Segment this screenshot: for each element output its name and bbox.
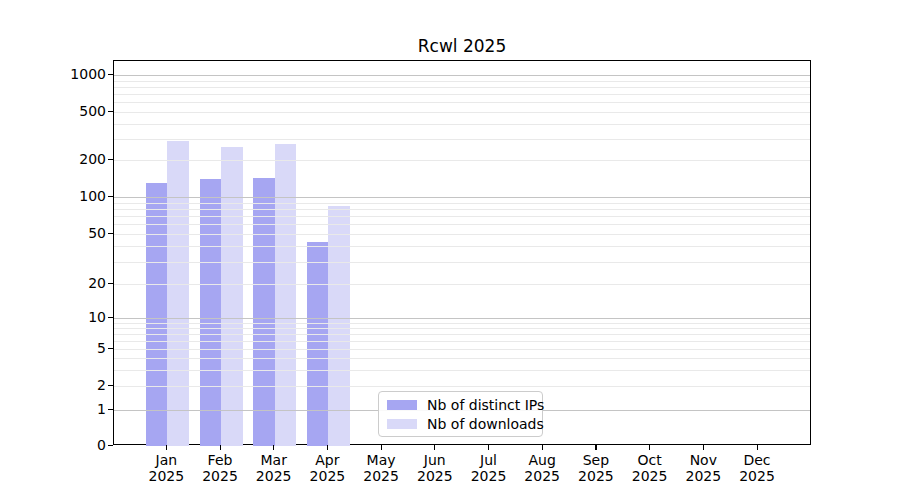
legend-swatch-downloads [387,419,417,429]
x-axis-tick [327,445,328,450]
y-axis-tick [108,111,113,112]
gridline-minor [114,124,810,125]
y-axis-tick [108,317,113,318]
y-axis-tick-label: 20 [30,274,106,292]
x-axis-tick [542,445,543,450]
y-axis-tick [108,445,113,446]
gridline-minor [114,203,810,204]
gridline-minor [114,87,810,88]
y-axis-tick [108,283,113,284]
download-stats-chart: Rcwl 2025 01251020501002005001000Jan2025… [0,0,900,500]
gridline-major [114,75,810,76]
gridline-major [114,197,810,198]
legend-item-downloads: Nb of downloads [387,416,534,432]
gridline-minor [114,323,810,324]
x-axis-tick [703,445,704,450]
legend-label-downloads: Nb of downloads [427,416,544,432]
gridline-minor [114,246,810,247]
gridline-minor [114,209,810,210]
y-axis-tick-label: 1 [30,400,106,418]
gridline-minor [114,102,810,103]
plot-area [113,60,811,445]
gridline-minor [114,341,810,342]
x-axis-tick-label: Dec2025 [725,452,789,484]
legend-swatch-distinct-ips [387,400,417,410]
y-axis-tick [108,233,113,234]
y-axis-tick [108,74,113,75]
gridline-minor [114,370,810,371]
y-axis-tick-label: 10 [30,308,106,326]
x-axis-tick [220,445,221,450]
gridline-minor [114,216,810,217]
x-axis-tick [381,445,382,450]
gridline-minor [114,284,810,285]
y-axis-tick [108,409,113,410]
y-axis-tick-label: 0 [30,436,106,454]
bar-downloads-feb [221,147,243,446]
gridline-minor [114,358,810,359]
x-axis-tick [273,445,274,450]
y-axis-tick [108,348,113,349]
bar-downloads-jan [167,141,189,446]
gridline-minor [114,386,810,387]
x-axis-tick [649,445,650,450]
gridline-minor [114,139,810,140]
gridline-minor [114,94,810,95]
y-axis-tick [108,385,113,386]
bar-distinct-ips-jan [146,183,168,446]
y-axis-tick-label: 50 [30,224,106,242]
gridline-major [114,318,810,319]
y-axis-tick-label: 2 [30,376,106,394]
x-axis-tick [595,445,596,450]
bar-distinct-ips-mar [253,178,275,446]
y-axis-tick [108,159,113,160]
legend-label-distinct-ips: Nb of distinct IPs [427,397,544,413]
x-axis-tick [757,445,758,450]
bar-distinct-ips-apr [307,242,329,446]
y-axis-tick [108,196,113,197]
legend-item-distinct-ips: Nb of distinct IPs [387,397,534,413]
gridline-minor [114,328,810,329]
x-axis-tick [434,445,435,450]
gridline-minor [114,224,810,225]
y-axis-tick-label: 5 [30,339,106,357]
gridline-minor [114,112,810,113]
gridline-minor [114,262,810,263]
chart-title: Rcwl 2025 [113,36,811,56]
gridline-minor [114,234,810,235]
x-axis-tick [166,445,167,450]
legend: Nb of distinct IPs Nb of downloads [378,391,543,437]
gridline-minor [114,349,810,350]
y-axis-tick-label: 500 [30,102,106,120]
bar-downloads-mar [275,144,297,446]
bar-distinct-ips-feb [200,179,222,446]
y-axis-tick-label: 100 [30,187,106,205]
x-axis-tick [488,445,489,450]
y-axis-tick-label: 1000 [30,65,106,83]
gridline-minor [114,334,810,335]
gridline-minor [114,160,810,161]
gridline-minor [114,81,810,82]
y-axis-tick-label: 200 [30,150,106,168]
